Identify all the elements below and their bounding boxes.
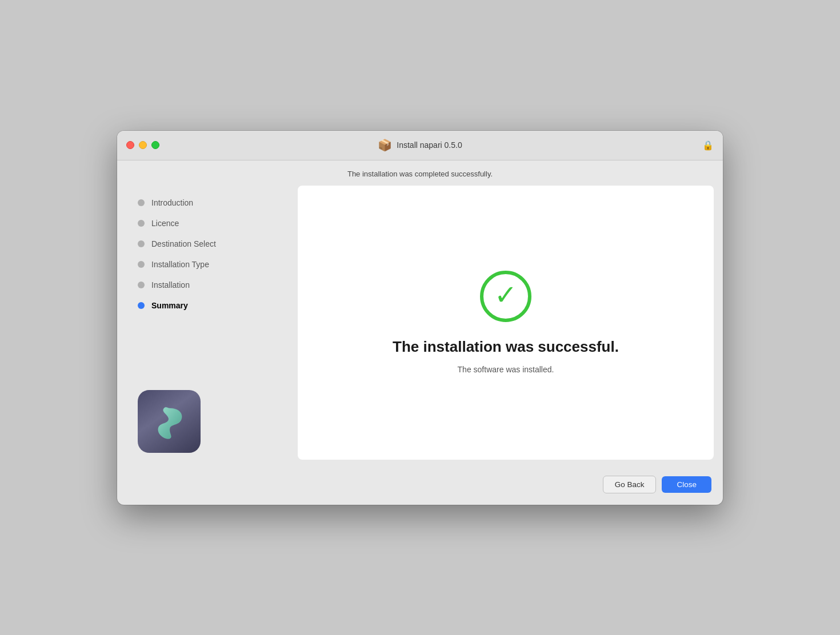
sidebar-dot-installation	[138, 282, 145, 288]
sidebar-label-installation: Installation	[151, 280, 190, 290]
top-bar: The installation was completed successfu…	[117, 160, 723, 186]
sidebar-dot-licence	[138, 220, 145, 227]
sidebar-label-destination: Destination Select	[151, 239, 216, 248]
sidebar-item-destination-select[interactable]: Destination Select	[138, 234, 298, 254]
traffic-lights	[126, 141, 159, 149]
napari-svg	[148, 400, 191, 443]
sidebar-label-summary: Summary	[151, 301, 188, 310]
window-title: Install napari 0.5.0	[397, 140, 462, 150]
titlebar: 📦 Install napari 0.5.0 🔒	[117, 131, 723, 160]
sidebar-dot-introduction	[138, 199, 145, 206]
sidebar-item-licence[interactable]: Licence	[138, 213, 298, 234]
top-message: The installation was completed successfu…	[347, 170, 493, 178]
checkmark-icon: ✓	[494, 282, 517, 309]
lock-icon: 🔒	[702, 140, 714, 151]
success-title: The installation was successful.	[393, 338, 619, 356]
sidebar-dot-destination	[138, 240, 145, 247]
close-button[interactable]: Close	[662, 476, 711, 493]
sidebar-item-installation-type[interactable]: Installation Type	[138, 254, 298, 275]
sidebar: Introduction Licence Destination Select …	[126, 186, 298, 460]
title-package-icon: 📦	[378, 138, 392, 152]
sidebar-item-installation[interactable]: Installation	[138, 275, 298, 295]
sidebar-item-introduction[interactable]: Introduction	[138, 192, 298, 213]
content-panel: ✓ The installation was successful. The s…	[298, 186, 714, 460]
close-traffic-light[interactable]	[126, 141, 134, 149]
napari-app-icon	[138, 390, 201, 453]
title-area: 📦 Install napari 0.5.0	[378, 138, 462, 152]
main-content: Introduction Licence Destination Select …	[117, 186, 723, 469]
sidebar-app-icon	[138, 344, 298, 453]
sidebar-item-summary[interactable]: Summary	[138, 295, 298, 316]
footer: Go Back Close	[117, 469, 723, 505]
sidebar-label-introduction: Introduction	[151, 198, 193, 207]
maximize-traffic-light[interactable]	[151, 141, 159, 149]
sidebar-label-installation-type: Installation Type	[151, 260, 209, 269]
sidebar-label-licence: Licence	[151, 219, 179, 228]
window-body: The installation was completed successfu…	[117, 160, 723, 505]
success-check-circle: ✓	[480, 271, 531, 322]
sidebar-dot-summary	[138, 302, 145, 309]
go-back-button[interactable]: Go Back	[603, 476, 657, 493]
minimize-traffic-light[interactable]	[139, 141, 147, 149]
installer-window: 📦 Install napari 0.5.0 🔒 The installatio…	[117, 131, 723, 505]
success-subtitle: The software was installed.	[458, 365, 554, 374]
sidebar-dot-installation-type	[138, 261, 145, 268]
